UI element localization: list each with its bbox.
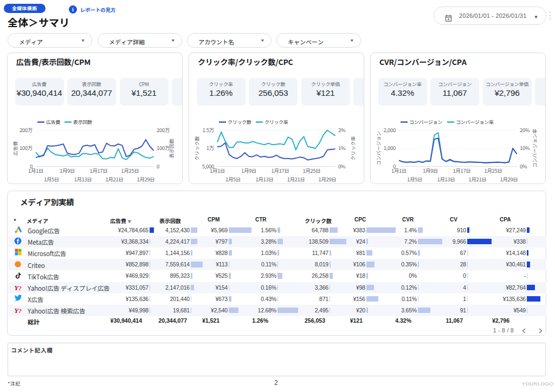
svg-text:クリック数: クリック数: [228, 119, 251, 126]
svg-text:200万: 200万: [157, 126, 170, 134]
svg-text:1月5日: 1月5日: [44, 175, 59, 183]
svg-text:クリック率: クリック率: [264, 119, 288, 126]
svg-text:1月1日: 1月1日: [210, 167, 225, 174]
svg-text:2,000: 2,000: [384, 126, 396, 134]
svg-text:クリック数: クリック数: [193, 136, 201, 160]
svg-text:広告費: 広告費: [46, 119, 60, 126]
svg-text:2%: 2%: [338, 126, 346, 134]
svg-text:1月21日: 1月21日: [469, 175, 487, 183]
svg-text:1月9日: 1月9日: [60, 167, 75, 174]
svg-text:1月9日: 1月9日: [241, 167, 256, 174]
svg-text:20%: 20%: [520, 126, 530, 134]
svg-text:0%: 0%: [520, 162, 527, 170]
svg-text:1月21日: 1月21日: [287, 175, 305, 183]
svg-text:1月21日: 1月21日: [106, 175, 124, 183]
svg-text:表示回数: 表示回数: [168, 139, 175, 158]
svg-text:1%: 1%: [338, 144, 346, 152]
svg-text:コンバージョン: コンバージョン: [375, 131, 382, 165]
svg-text:1月17日: 1月17日: [453, 167, 471, 174]
svg-text:1月17日: 1月17日: [90, 167, 108, 174]
svg-text:0%: 0%: [338, 162, 346, 170]
svg-text:1月5日: 1月5日: [225, 175, 241, 183]
svg-text:広告費: 広告費: [12, 141, 19, 155]
svg-text:1月25日: 1月25日: [303, 167, 321, 174]
svg-text:クリック率: クリック率: [350, 136, 357, 160]
svg-text:1,000: 1,000: [384, 144, 396, 152]
svg-text:1月25日: 1月25日: [485, 167, 502, 174]
svg-text:200万: 200万: [20, 126, 33, 134]
svg-text:コンバージョン率: コンバージョン率: [531, 129, 538, 168]
svg-text:10%: 10%: [520, 144, 530, 152]
svg-text:1万: 1万: [206, 144, 214, 152]
svg-text:100万: 100万: [20, 144, 33, 152]
svg-text:1月13日: 1月13日: [437, 175, 455, 183]
svg-text:1月1日: 1月1日: [391, 167, 406, 174]
svg-text:表示回数: 表示回数: [73, 119, 92, 126]
svg-text:コンバージョン率: コンバージョン率: [456, 119, 494, 126]
svg-text:コンバージョン: コンバージョン: [409, 119, 442, 126]
svg-text:1月29日: 1月29日: [137, 175, 155, 183]
svg-text:1月17日: 1月17日: [272, 167, 289, 174]
svg-text:0: 0: [157, 162, 159, 170]
svg-text:1月1日: 1月1日: [28, 167, 43, 174]
svg-text:1月13日: 1月13日: [74, 175, 92, 183]
svg-text:1月29日: 1月29日: [500, 175, 518, 183]
svg-text:1月13日: 1月13日: [256, 175, 274, 183]
svg-text:1月5日: 1月5日: [407, 175, 422, 183]
svg-text:1.5万: 1.5万: [203, 126, 215, 134]
svg-text:1月25日: 1月25日: [121, 167, 139, 174]
svg-text:1月29日: 1月29日: [319, 175, 337, 183]
svg-text:1月9日: 1月9日: [423, 167, 438, 174]
